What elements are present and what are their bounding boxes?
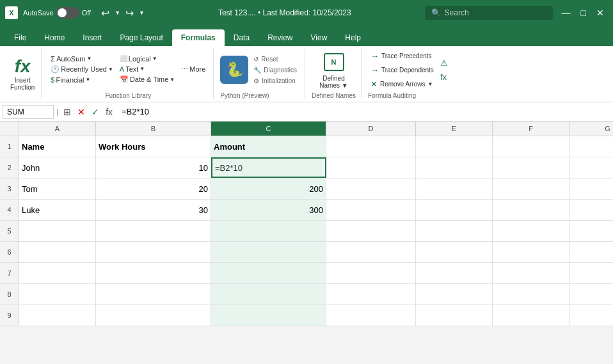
cell-g5[interactable]	[569, 221, 613, 241]
cell-d7[interactable]	[326, 263, 416, 283]
col-header-g[interactable]: G	[569, 122, 613, 136]
remove-arrows-button[interactable]: ✕ Remove Arrows ▼	[368, 77, 436, 91]
cell-c7[interactable]	[211, 263, 326, 283]
search-input[interactable]	[445, 8, 534, 17]
cell-e9[interactable]	[416, 305, 493, 326]
cell-c8[interactable]	[211, 284, 326, 305]
cell-a6[interactable]	[19, 242, 96, 262]
tab-home[interactable]: Home	[35, 29, 74, 46]
cell-b7[interactable]	[96, 263, 211, 283]
cell-a8[interactable]	[19, 284, 96, 305]
col-header-a[interactable]: A	[19, 122, 96, 136]
cell-f1[interactable]	[493, 136, 569, 157]
search-box[interactable]: 🔍	[425, 6, 553, 20]
cell-b1[interactable]: Work Hours	[96, 136, 211, 157]
text-button[interactable]: A Text ▼	[117, 64, 177, 74]
cell-f6[interactable]	[493, 242, 569, 262]
col-header-b[interactable]: B	[96, 122, 211, 136]
cell-b8[interactable]	[96, 284, 211, 305]
cell-a7[interactable]	[19, 263, 96, 283]
recently-used-button[interactable]: 🕐 Recently Used ▼	[48, 64, 115, 75]
initialization-button[interactable]: ⚙ Initialization	[251, 76, 299, 86]
tab-help[interactable]: Help	[336, 29, 370, 46]
cell-f3[interactable]	[493, 178, 569, 199]
error-checking-button[interactable]: ⚠	[438, 56, 450, 70]
cell-e4[interactable]	[416, 200, 493, 220]
close-button[interactable]: ✕	[593, 6, 608, 19]
cell-e3[interactable]	[416, 178, 493, 199]
undo-icon[interactable]: ↩	[101, 7, 109, 19]
cell-a3[interactable]: Tom	[19, 178, 96, 199]
cell-c3[interactable]: 200	[211, 178, 326, 199]
cell-e1[interactable]	[416, 136, 493, 157]
tab-insert[interactable]: Insert	[74, 29, 111, 46]
cell-c6[interactable]	[211, 242, 326, 262]
autosum-button[interactable]: Σ AutoSum ▼	[48, 54, 115, 64]
redo-icon[interactable]: ↪	[125, 7, 134, 19]
cell-c2[interactable]: =B2*10	[211, 157, 326, 178]
date-time-button[interactable]: 📅 Date & Time ▼	[117, 74, 177, 85]
defined-names-button[interactable]: N	[321, 51, 347, 74]
minimize-button[interactable]: —	[558, 6, 575, 19]
more-functions-button[interactable]: ⋯ More	[179, 64, 208, 75]
cell-g8[interactable]	[569, 284, 613, 305]
maximize-button[interactable]: □	[577, 6, 590, 19]
cell-g1[interactable]	[569, 136, 613, 157]
cell-g4[interactable]	[569, 200, 613, 220]
cell-g7[interactable]	[569, 263, 613, 283]
col-header-d[interactable]: D	[326, 122, 416, 136]
cell-d5[interactable]	[326, 221, 416, 241]
formula-bar-more-button[interactable]: ⊞	[61, 106, 74, 118]
cell-a5[interactable]	[19, 221, 96, 241]
tab-view[interactable]: View	[302, 29, 337, 46]
cell-a1[interactable]: Name	[19, 136, 96, 157]
reset-button[interactable]: ↺ Reset	[251, 54, 299, 64]
confirm-button[interactable]: ✓	[89, 106, 102, 118]
cell-d9[interactable]	[326, 305, 416, 326]
cell-f9[interactable]	[493, 305, 569, 326]
python-icon[interactable]: 🐍	[220, 56, 248, 84]
financial-button[interactable]: $ Financial ▼	[48, 75, 115, 85]
cell-reference-box[interactable]: SUM	[3, 105, 54, 119]
col-header-f[interactable]: F	[493, 122, 569, 136]
cell-d2[interactable]	[326, 157, 416, 178]
autosave-toggle[interactable]	[56, 7, 79, 19]
diagnostics-button[interactable]: 🔧 Diagnostics	[251, 65, 299, 75]
cell-g2[interactable]	[569, 157, 613, 178]
cell-b4[interactable]: 30	[96, 200, 211, 220]
cell-g6[interactable]	[569, 242, 613, 262]
col-header-c[interactable]: C	[211, 122, 326, 136]
cell-d1[interactable]	[326, 136, 416, 157]
cell-c9[interactable]	[211, 305, 326, 326]
cell-c1[interactable]: Amount	[211, 136, 326, 157]
cell-g9[interactable]	[569, 305, 613, 326]
cell-e8[interactable]	[416, 284, 493, 305]
cell-f5[interactable]	[493, 221, 569, 241]
trace-precedents-button[interactable]: → Trace Precedents	[368, 49, 436, 63]
evaluate-formula-button[interactable]: fx	[438, 70, 450, 84]
cell-d8[interactable]	[326, 284, 416, 305]
cell-d4[interactable]	[326, 200, 416, 220]
cell-b3[interactable]: 20	[96, 178, 211, 199]
cell-e7[interactable]	[416, 263, 493, 283]
tab-review[interactable]: Review	[259, 29, 301, 46]
formula-input[interactable]	[118, 106, 610, 118]
col-header-e[interactable]: E	[416, 122, 493, 136]
cell-b6[interactable]	[96, 242, 211, 262]
fx-button[interactable]: fx	[103, 106, 115, 118]
cancel-button[interactable]: ✕	[75, 106, 88, 118]
cell-a2[interactable]: John	[19, 157, 96, 178]
cell-e6[interactable]	[416, 242, 493, 262]
cell-c4[interactable]: 300	[211, 200, 326, 220]
logical-button[interactable]: ⬜ Logical ▼	[117, 54, 177, 64]
tab-page-layout[interactable]: Page Layout	[111, 29, 171, 46]
insert-function-label[interactable]: InsertFunction	[10, 77, 35, 91]
cell-f4[interactable]	[493, 200, 569, 220]
cell-f8[interactable]	[493, 284, 569, 305]
cell-d3[interactable]	[326, 178, 416, 199]
cell-b2[interactable]: 10	[96, 157, 211, 178]
defined-names-label[interactable]: DefinedNames ▼	[319, 75, 347, 89]
cell-b5[interactable]	[96, 221, 211, 241]
tab-data[interactable]: Data	[225, 29, 259, 46]
cell-a9[interactable]	[19, 305, 96, 326]
